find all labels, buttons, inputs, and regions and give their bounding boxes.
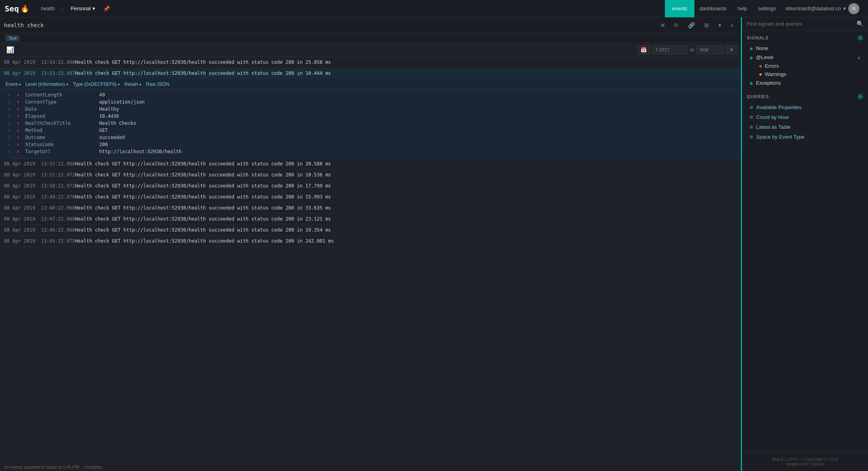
signal-label: None	[756, 45, 768, 51]
prop-name: Outcome	[25, 135, 96, 140]
table-row[interactable]: 08 Apr 2019 13:53:22.987 Health check GE…	[0, 68, 741, 79]
sidebar-item-warnings[interactable]: ● Warnings	[758, 70, 863, 78]
table-row[interactable]: 08 Apr 2019 13:49:22.970 Health check GE…	[0, 192, 741, 203]
sidebar-item-errors[interactable]: ● Errors	[758, 62, 863, 70]
list-item: ✓ ✕ ContentType application/json	[8, 98, 735, 106]
sidebar-item-latest-as-table[interactable]: ⊞ Latest as Table	[747, 122, 863, 132]
check-icon: ✓	[8, 128, 13, 133]
date-from-input[interactable]	[652, 46, 688, 54]
chevron-up-icon: ▲	[857, 55, 860, 60]
table-row[interactable]: 08 Apr 2019 13:47:22.968 Health check GE…	[0, 214, 741, 225]
remove-icon[interactable]: ✕	[17, 149, 22, 154]
footer-line1: Seq 5.1.2976 — Copyright © 2019	[747, 457, 863, 462]
date-clear-button[interactable]: ✕	[726, 45, 737, 54]
tab-retain[interactable]: Retain ▾	[124, 82, 141, 87]
check-icon: ✓	[8, 99, 13, 105]
prop-value: http://localhost:52930/health	[99, 149, 182, 154]
text-badge[interactable]: Text	[6, 35, 20, 41]
more-button[interactable]: »	[727, 20, 737, 30]
nav-dashboards[interactable]: dashboards	[694, 0, 732, 17]
pin-icon[interactable]: 📌	[101, 6, 112, 12]
prop-value: succeeded	[99, 135, 125, 140]
user-label: nblumhardt@datalust.co	[785, 6, 841, 11]
list-item: ✓ ✕ TargetUrl http://localhost:52930/hea…	[8, 148, 735, 155]
sidebar-item-level[interactable]: ◉ @Level ▲	[747, 53, 863, 62]
sidebar-item-count-by-hour[interactable]: ⊞ Count by Hour	[747, 112, 863, 122]
sidebar-item-exceptions[interactable]: ◉ Exceptions	[747, 78, 863, 87]
remove-icon[interactable]: ✕	[17, 113, 22, 119]
chart-icon-button[interactable]: 📊	[4, 45, 17, 54]
event-message: Health check GET http://localhost:52930/…	[75, 70, 737, 76]
query-label: Available Properties	[756, 104, 801, 110]
list-item: ✓ ✕ Method GET	[8, 127, 735, 134]
tab-event[interactable]: Event ▾	[6, 82, 21, 87]
table-row[interactable]: 08 Apr 2019 13:46:22.968 Health check GE…	[0, 225, 741, 236]
search-input[interactable]	[4, 22, 655, 28]
user-chevron: ▾	[843, 6, 846, 11]
sidebar-item-space-by-event-type[interactable]: ⊞ Space by Event Type	[747, 132, 863, 142]
sidebar-item-available-properties[interactable]: ⊞ Available Properties	[747, 102, 863, 112]
tab-type[interactable]: Type (0xDECF5EF6) ▾	[73, 82, 120, 87]
add-signal-button[interactable]: ⊕	[857, 34, 863, 41]
queries-section: QUERIES ⊕ ⊞ Available Properties ⊞ Count…	[742, 89, 868, 143]
queries-header: QUERIES ⊕	[747, 93, 863, 100]
date-to-input[interactable]	[696, 46, 724, 54]
nav-events[interactable]: events	[665, 0, 694, 17]
event-timestamp: 08 Apr 2019 13:49:22.970	[4, 193, 75, 200]
tab-level[interactable]: Level (Information) ▾	[26, 82, 68, 87]
table-row[interactable]: 08 Apr 2019 13:48:22.968 Health check GE…	[0, 203, 741, 214]
logo[interactable]: Seq 🔥	[5, 4, 29, 13]
user-area[interactable]: nblumhardt@datalust.co ▾ N	[781, 3, 863, 14]
remove-icon[interactable]: ✕	[17, 128, 22, 133]
dot-icon: ●	[759, 64, 762, 68]
check-icon: ✓	[8, 142, 13, 147]
prop-name: HealthCheckTitle	[25, 121, 96, 126]
remove-icon[interactable]: ✕	[17, 106, 22, 112]
event-detail: Event ▾ Level (Information) ▾ Type (0xDE…	[0, 79, 741, 159]
nav-personal-chevron: ▾	[93, 6, 95, 11]
remove-icon[interactable]: ✕	[17, 135, 22, 140]
add-query-button[interactable]: ⊕	[857, 93, 863, 100]
remove-icon[interactable]: ✕	[17, 121, 22, 126]
nav-help[interactable]: help	[732, 0, 753, 17]
calendar-from-button[interactable]: 📅	[637, 45, 650, 54]
dot-icon: ●	[759, 72, 762, 76]
event-message: Health check GET http://localhost:52930/…	[75, 215, 737, 222]
remove-icon[interactable]: ✕	[17, 92, 22, 98]
grid-button[interactable]: ⊞	[701, 20, 712, 30]
table-row[interactable]: 08 Apr 2019 13:52:22.986 Health check GE…	[0, 159, 741, 170]
remove-icon[interactable]: ✕	[17, 142, 22, 147]
prop-value: application/json	[99, 99, 145, 105]
sidebar-search-input[interactable]	[747, 21, 853, 27]
date-to-label: to	[690, 47, 694, 53]
prop-name: ContentLength	[25, 92, 96, 98]
chevron-down-button[interactable]: ▾	[715, 20, 724, 30]
event-message: Health check GET http://localhost:52930/…	[75, 226, 737, 233]
remove-icon[interactable]: ✕	[17, 99, 22, 105]
nav-health[interactable]: health	[35, 0, 60, 17]
nav-separator: |	[61, 6, 65, 11]
refresh-button[interactable]: ↻	[671, 20, 682, 30]
table-row[interactable]: 08 Apr 2019 13:51:22.972 Health check GE…	[0, 170, 741, 181]
nav-personal[interactable]: Personal ▾	[65, 0, 100, 17]
list-item: ✓ ✕ HealthCheckTitle Health Checks	[8, 120, 735, 127]
tab-raw-json[interactable]: Raw JSON	[146, 82, 169, 87]
clear-button[interactable]: ✕	[658, 21, 668, 30]
grid-icon: ⊞	[750, 114, 753, 120]
table-row[interactable]: 08 Apr 2019 13:50:22.971 Health check GE…	[0, 181, 741, 192]
table-row[interactable]: 08 Apr 2019 13:54:22.998 Health check GE…	[0, 57, 741, 68]
sidebar-item-none[interactable]: ◉ None	[747, 44, 863, 53]
signal-label: Exceptions	[756, 80, 781, 86]
signal-sub-items: ● Errors ● Warnings	[747, 62, 863, 78]
table-row[interactable]: 08 Apr 2019 13:45:22.875 Health check GE…	[0, 236, 741, 247]
event-timestamp: 08 Apr 2019 13:53:22.987	[4, 70, 75, 76]
query-label: Latest as Table	[756, 124, 790, 130]
nav-settings[interactable]: settings	[753, 0, 781, 17]
event-message: Health check GET http://localhost:52930/…	[75, 204, 737, 211]
events-list: 08 Apr 2019 13:54:22.998 Health check GE…	[0, 57, 741, 463]
left-panel: ✕ ↻ 🔗 ⊞ ▾ » Text 📊 📅 to ✕ 0	[0, 17, 742, 471]
link-button[interactable]: 🔗	[685, 20, 698, 30]
grid-icon: ⊞	[750, 134, 753, 140]
search-input-wrap	[4, 22, 655, 28]
main-layout: ✕ ↻ 🔗 ⊞ ▾ » Text 📊 📅 to ✕ 0	[0, 17, 868, 471]
